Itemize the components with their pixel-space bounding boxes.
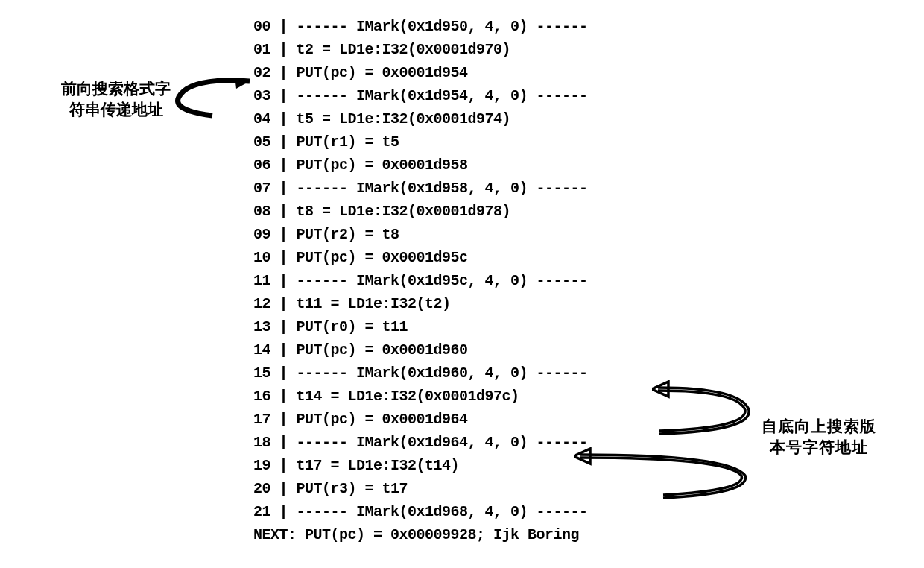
left-annotation-label: 前向搜索格式字 符串传递地址 [61, 78, 171, 120]
code-line: 12 | t11 = LD1e:I32(t2) [253, 292, 588, 315]
code-line: 18 | ------ IMark(0x1d964, 4, 0) ------ [253, 431, 588, 454]
code-line: 17 | PUT(pc) = 0x0001d964 [253, 408, 588, 431]
ir-code-block: 00 | ------ IMark(0x1d950, 4, 0) ------ … [253, 15, 588, 546]
code-line: 03 | ------ IMark(0x1d954, 4, 0) ------ [253, 84, 588, 107]
left-label-line1: 前向搜索格式字 [61, 80, 171, 97]
code-line: 14 | PUT(pc) = 0x0001d960 [253, 338, 588, 362]
code-line: 13 | PUT(r0) = t11 [253, 315, 588, 338]
code-line: 09 | PUT(r2) = t8 [253, 223, 588, 246]
code-line: 02 | PUT(pc) = 0x0001d954 [253, 61, 588, 84]
code-line: 07 | ------ IMark(0x1d958, 4, 0) ------ [253, 177, 588, 200]
code-line: 10 | PUT(pc) = 0x0001d95c [253, 246, 588, 269]
right-annotation-label: 自底向上搜索版 本号字符地址 [762, 416, 876, 458]
code-line: 00 | ------ IMark(0x1d950, 4, 0) ------ [253, 15, 588, 38]
right-label-line2: 本号字符地址 [770, 438, 868, 455]
code-line: 01 | t2 = LD1e:I32(0x0001d970) [253, 38, 588, 61]
code-line: 05 | PUT(r1) = t5 [253, 130, 588, 154]
code-line: 06 | PUT(pc) = 0x0001d958 [253, 154, 588, 177]
code-line-next: NEXT: PUT(pc) = 0x00009928; Ijk_Boring [253, 523, 588, 546]
left-label-line2: 符串传递地址 [69, 101, 163, 118]
code-line: 04 | t5 = LD1e:I32(0x0001d974) [253, 107, 588, 130]
right-top-curved-arrow-icon [652, 380, 760, 440]
right-label-line1: 自底向上搜索版 [762, 417, 876, 435]
svg-marker-1 [652, 382, 668, 397]
code-line: 11 | ------ IMark(0x1d95c, 4, 0) ------ [253, 269, 588, 292]
code-line: 21 | ------ IMark(0x1d968, 4, 0) ------ [253, 500, 588, 523]
code-line: 15 | ------ IMark(0x1d960, 4, 0) ------ [253, 362, 588, 385]
code-line: 19 | t17 = LD1e:I32(t14) [253, 454, 588, 477]
code-line: 16 | t14 = LD1e:I32(0x0001d97c) [253, 385, 588, 408]
code-line: 20 | PUT(r3) = t17 [253, 477, 588, 500]
left-curved-arrow-icon [168, 78, 250, 119]
svg-marker-2 [574, 449, 590, 464]
code-line: 08 | t8 = LD1e:I32(0x0001d978) [253, 200, 588, 223]
right-bot-curved-arrow-icon [574, 447, 759, 503]
